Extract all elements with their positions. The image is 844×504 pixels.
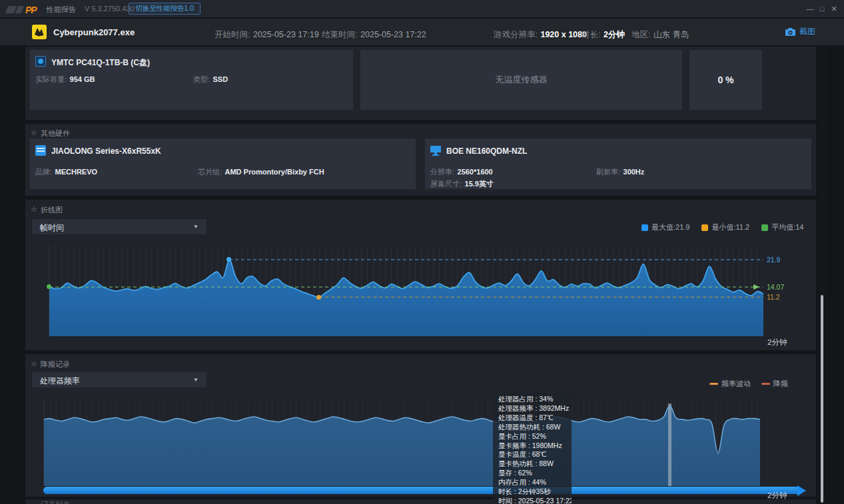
brand-label: 品牌: bbox=[35, 168, 52, 176]
brand-value: MECHREVO bbox=[55, 168, 98, 176]
chart-legend: 最大值:21.9 最小值:11.2 平均值:14 bbox=[641, 222, 803, 232]
disk-usage-value: 0 % bbox=[689, 50, 762, 110]
frame-time-plot-area[interactable] bbox=[49, 246, 763, 336]
titlebar: PP 性能报告 V 5.3.2750.430 切换至性能报告1.0 —□✕ bbox=[0, 0, 844, 17]
tooltip-line: 显卡热功耗 : 88W bbox=[498, 459, 566, 469]
ref-line-label: 14.07 bbox=[767, 283, 784, 291]
tooltip-line: 显卡频率 : 1980MHz bbox=[498, 441, 566, 451]
frequency-line-bar bbox=[43, 487, 797, 494]
motherboard-name: JIAOLONG Series-X6xR55xK bbox=[51, 146, 161, 156]
tooltip-line: 处理器占用 : 34% bbox=[498, 395, 566, 404]
app-logo: PP bbox=[7, 4, 37, 16]
screen-size-label: 屏幕尺寸: bbox=[430, 180, 462, 188]
tooltip-line: 时长 : 2分钟35秒 bbox=[498, 487, 566, 497]
frequency-line-arrow bbox=[797, 485, 806, 496]
app-version: V 5.3.2750.430 bbox=[85, 5, 135, 13]
legend-item-max[interactable]: 最大值:21.9 bbox=[641, 222, 689, 232]
legend-item-min[interactable]: 最小值:11.2 bbox=[701, 222, 749, 232]
tooltip-line: 显卡占用 : 52% bbox=[498, 432, 566, 441]
section-title: 降频记录 bbox=[41, 360, 70, 370]
display-name: BOE NE160QDM-NZL bbox=[446, 146, 527, 156]
chevron-down-icon: ▼ bbox=[193, 224, 199, 230]
frame-time-chart[interactable]: 21.914.0711.2 bbox=[49, 246, 815, 336]
star-icon: ☆ bbox=[31, 360, 37, 368]
tooltip-line: 显存 : 62% bbox=[498, 469, 566, 478]
legend-label: 最小值:11.2 bbox=[711, 222, 749, 232]
display-resolution-label: 分辨率: bbox=[430, 168, 454, 176]
app-title: 性能报告 bbox=[47, 5, 76, 15]
ref-line-label: 21.9 bbox=[767, 256, 780, 264]
logo-swoosh-icon bbox=[15, 6, 24, 13]
resolution-label: 游戏分辨率: bbox=[494, 30, 538, 39]
duration-value: 2分钟 bbox=[604, 30, 625, 39]
line-chart-section: ☆ 折线图 帧时间 ▼ 最大值:21.9 最小值:11.2 平均值:14 21 bbox=[25, 200, 816, 350]
tooltip-line: 处理器热功耗 : 68W bbox=[498, 423, 566, 432]
refresh-label: 刷新率: bbox=[596, 168, 620, 176]
x-axis-label: 2分钟 bbox=[767, 338, 787, 348]
ref-line-label: 11.2 bbox=[767, 293, 780, 301]
duration-label: 时长: bbox=[582, 30, 600, 39]
start-time-label: 开始时间: bbox=[214, 30, 250, 39]
tooltip-line: 处理器频率 : 3892MHz bbox=[498, 404, 566, 413]
metric-dropdown-value: 帧时间 bbox=[40, 222, 64, 234]
screenshot-button[interactable]: 截图 bbox=[785, 26, 815, 37]
legend-dash bbox=[709, 383, 718, 385]
tooltip-line: 显卡温度 : 68℃ bbox=[498, 450, 566, 459]
disk-capacity: 实际容量: 954 GB bbox=[35, 73, 95, 85]
cpu-frequency-plot-area[interactable] bbox=[43, 399, 759, 486]
tooltip-line: 内存占用 : 44% bbox=[498, 478, 566, 487]
disk-name: YMTC PC41Q-1TB-B (C盘) bbox=[51, 57, 150, 69]
legend-swatch bbox=[641, 224, 648, 231]
scrollbar-thumb[interactable] bbox=[821, 295, 823, 503]
type-value: SSD bbox=[213, 75, 228, 83]
game-name: Cyberpunk2077.exe bbox=[53, 27, 135, 37]
frequency-dropdown[interactable]: 处理器频率 ▼ bbox=[32, 372, 207, 387]
legend-swatch bbox=[761, 224, 768, 231]
other-hardware-section: ☆ 其他硬件 JIAOLONG Series-X6xR55xK 品牌: MECH… bbox=[25, 124, 816, 196]
refresh-value: 300Hz bbox=[624, 168, 645, 176]
display-panel: BOE NE160QDM-NZL 分辨率: 2560*1600 刷新率: 300… bbox=[425, 138, 811, 189]
legend-item-avg[interactable]: 平均值:14 bbox=[761, 222, 803, 232]
chipset-label: 芯片组: bbox=[198, 168, 222, 176]
start-time-value: 2025-05-23 17:19 bbox=[253, 30, 319, 39]
legend-swatch bbox=[701, 224, 708, 231]
end-time-label: 结束时间: bbox=[322, 30, 357, 39]
frequency-dropdown-value: 处理器频率 bbox=[40, 376, 80, 387]
chart-tooltip: 处理器占用 : 34% 处理器频率 : 3892MHz 处理器温度 : 87℃ … bbox=[493, 391, 572, 504]
capacity-label: 实际容量: bbox=[35, 75, 67, 83]
capacity-value: 954 GB bbox=[70, 75, 95, 83]
screen-size-value: 15.9英寸 bbox=[465, 180, 494, 188]
legend-item-throttle[interactable]: 降频 bbox=[761, 379, 788, 389]
minimize-button[interactable]: — bbox=[804, 0, 816, 17]
star-icon: ☆ bbox=[31, 205, 37, 214]
maximize-button[interactable]: □ bbox=[816, 0, 828, 17]
end-time-value: 2025-05-23 17:22 bbox=[360, 30, 426, 39]
logo-text: PP bbox=[25, 5, 37, 15]
motherboard-icon bbox=[35, 145, 46, 156]
time-info: 开始时间: 2025-05-23 17:19 结束时间: 2025-05-23 … bbox=[214, 28, 426, 41]
data-point-marker bbox=[47, 284, 51, 289]
region-label: 地区: bbox=[632, 30, 650, 39]
legend-item-fluctuation[interactable]: 频率波动 bbox=[709, 379, 751, 389]
report-header: Cyberpunk2077.exe 开始时间: 2025-05-23 17:19… bbox=[0, 19, 844, 45]
region-info: 地区: 山东 青岛 bbox=[632, 28, 689, 41]
storage-section: YMTC PC41Q-1TB-B (C盘) 实际容量: 954 GB 类型: S… bbox=[25, 47, 816, 120]
section-title: 折线图 bbox=[41, 205, 63, 215]
motherboard-brand: 品牌: MECHREVO bbox=[35, 165, 97, 177]
throttle-legend: 频率波动 降频 bbox=[709, 379, 788, 389]
close-button[interactable]: ✕ bbox=[828, 0, 840, 17]
section-title: 记录列表 bbox=[41, 500, 70, 504]
section-title: 其他硬件 bbox=[41, 128, 70, 138]
avg-line-arrow-icon bbox=[753, 284, 759, 290]
display-resolution: 分辨率: 2560*1600 bbox=[430, 165, 493, 177]
display-refresh: 刷新率: 300Hz bbox=[596, 165, 644, 177]
switch-report-button[interactable]: 切换至性能报告1.0 bbox=[129, 3, 201, 15]
disk-type: 类型: SSD bbox=[193, 73, 228, 85]
metric-dropdown[interactable]: 帧时间 ▼ bbox=[32, 219, 207, 234]
window-controls: —□✕ bbox=[804, 0, 840, 17]
cpu-frequency-chart[interactable] bbox=[43, 399, 759, 486]
chevron-down-icon: ▼ bbox=[193, 377, 199, 383]
game-icon bbox=[32, 25, 47, 39]
star-icon: ☆ bbox=[31, 128, 37, 137]
legend-label: 频率波动 bbox=[721, 379, 751, 389]
